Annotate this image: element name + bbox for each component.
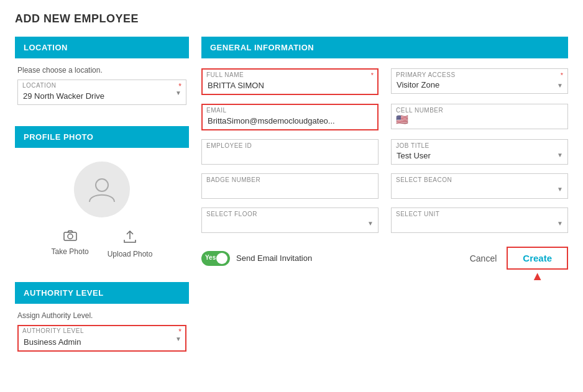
toggle-yes-label: Yes xyxy=(205,254,216,261)
send-email-label: Send Email Invitation xyxy=(236,253,312,263)
primary-access-required: * xyxy=(561,71,563,79)
send-email-toggle[interactable]: Yes xyxy=(201,251,230,266)
svg-point-0 xyxy=(96,179,108,191)
location-section-header: LOCATION xyxy=(15,37,189,58)
location-hint: Please choose a location. xyxy=(17,66,186,75)
select-beacon-select[interactable] xyxy=(391,173,568,199)
badge-number-input[interactable] xyxy=(201,173,379,199)
authority-label: AUTHORITY LEVEL xyxy=(22,327,84,334)
profile-photo-header: PROFILE PHOTO xyxy=(15,126,189,148)
create-arrow-indicator: ▲ xyxy=(531,269,544,283)
upload-photo-button[interactable]: Upload Photo xyxy=(108,230,153,258)
primary-access-select[interactable]: Visitor Zone xyxy=(391,68,568,94)
employee-id-input[interactable] xyxy=(201,139,379,165)
select-floor-select[interactable] xyxy=(201,207,379,233)
camera-icon xyxy=(63,230,77,244)
authority-hint: Assign Authority Level. xyxy=(17,311,186,320)
job-title-select[interactable]: Test User xyxy=(391,139,568,165)
full-name-input[interactable] xyxy=(201,68,379,95)
avatar xyxy=(74,162,130,217)
employee-id-field: EMPLOYEE ID xyxy=(201,139,379,165)
us-flag-icon: 🇺🇸 xyxy=(396,114,408,125)
take-photo-button[interactable]: Take Photo xyxy=(52,230,89,258)
authority-required-star: * xyxy=(178,327,181,336)
full-name-required: * xyxy=(371,71,374,79)
select-floor-field: SELECT FLOOR ▼ xyxy=(201,207,379,233)
upload-icon xyxy=(123,230,137,247)
select-unit-select[interactable] xyxy=(391,207,568,233)
page-title: ADD NEW EMPLOYEE xyxy=(15,12,568,25)
cell-number-input[interactable] xyxy=(391,104,568,129)
upload-photo-label: Upload Photo xyxy=(108,250,153,258)
primary-access-field: PRIMARY ACCESS * Visitor Zone ▼ xyxy=(391,68,568,95)
email-field: EMAIL xyxy=(201,104,379,130)
svg-point-2 xyxy=(68,234,73,239)
location-label: LOCATION xyxy=(22,82,56,89)
cancel-button[interactable]: Cancel xyxy=(470,253,497,263)
take-photo-label: Take Photo xyxy=(52,247,89,256)
full-name-field: FULL NAME * xyxy=(201,68,379,95)
job-title-field: JOB TITLE Test User ▼ xyxy=(391,139,568,165)
email-input[interactable] xyxy=(201,104,379,130)
select-beacon-field: SELECT BEACON ▼ xyxy=(391,173,568,199)
cell-number-field: CELL NUMBER 🇺🇸 xyxy=(391,104,568,130)
location-required-star: * xyxy=(178,82,181,91)
general-info-header: GENERAL INFORMATION xyxy=(201,37,568,58)
authority-section-header: AUTHORITY LEVEL xyxy=(15,282,189,304)
select-unit-field: SELECT UNIT ▼ xyxy=(391,207,568,233)
badge-number-field: BADGE NUMBER xyxy=(201,173,379,199)
create-button[interactable]: Create xyxy=(507,247,568,270)
